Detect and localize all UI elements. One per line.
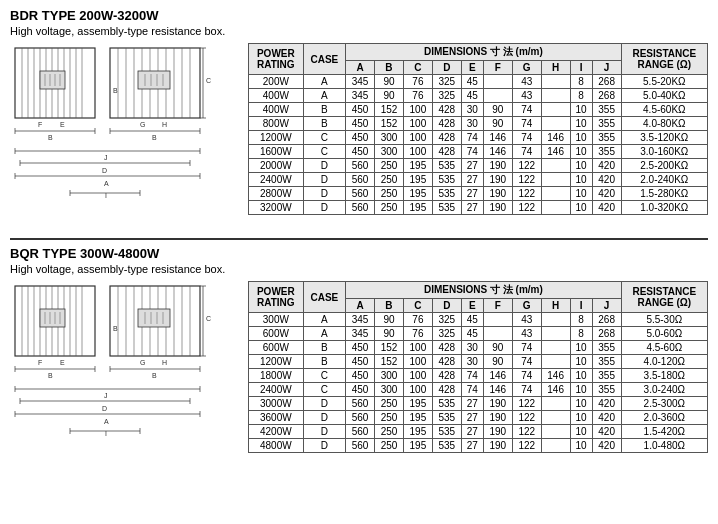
table-row: 2400WC4503001004287414674146103553.0-240… [249,383,708,397]
bqr-header-g: G [512,299,541,313]
svg-text:G: G [140,121,145,128]
bdr-title: BDR TYPE 200W-3200W [10,8,708,23]
bqr-section: BQR TYPE 300W-4800W High voltage, assemb… [10,246,708,466]
svg-text:E: E [60,359,65,366]
table-row: 2800WD56025019553527190122104201.5-280KΩ [249,187,708,201]
header-b: B [375,61,404,75]
header-d: D [432,61,461,75]
bdr-section: BDR TYPE 200W-3200W High voltage, assemb… [10,8,708,228]
svg-text:B: B [48,372,53,379]
table-row: 4800WD56025019553527190122104201.0-480Ω [249,439,708,453]
svg-text:B: B [48,134,53,141]
header-case: CASE [303,44,345,75]
header-power: POWERRATING [249,44,304,75]
svg-text:H: H [162,121,167,128]
table-row: 400WA3459076325454382685.0-40KΩ [249,89,708,103]
svg-rect-12 [40,71,65,89]
bqr-header-b: B [375,299,404,313]
header-c: C [403,61,432,75]
bqr-diagram: F E B [10,281,240,466]
bqr-header-c: C [403,299,432,313]
svg-text:A: A [104,180,109,187]
table-row: 1200WB450152100428309074103554.0-120Ω [249,355,708,369]
table-row: 1200WC4503001004287414674146103553.5-120… [249,131,708,145]
header-resistance: RESISTANCERANGE (Ω) [621,44,707,75]
svg-text:B: B [113,325,118,332]
header-a: A [346,61,375,75]
svg-rect-100 [138,309,170,327]
svg-text:J: J [104,392,108,399]
bqr-header-d: D [432,299,461,313]
header-h: H [541,61,570,75]
section-divider [10,238,708,240]
table-row: 1600WC4503001004287414674146103553.0-160… [249,145,708,159]
header-g: G [512,61,541,75]
svg-text:D: D [102,405,107,412]
bqr-header-dims: DIMENSIONS 寸 法 (m/m) [346,282,621,299]
header-dims: DIMENSIONS 寸 法 (m/m) [346,44,621,61]
bqr-header-i: I [570,299,592,313]
table-row: 800WB450152100428309074103554.0-80KΩ [249,117,708,131]
header-j: J [592,61,621,75]
bqr-title: BQR TYPE 300W-4800W [10,246,708,261]
table-row: 3200WD56025019553527190122104201.0-320KΩ [249,201,708,215]
table-row: 3600WD56025019553527190122104202.0-360Ω [249,411,708,425]
table-row: 400WB450152100428309074103554.5-60KΩ [249,103,708,117]
svg-text:B: B [113,87,118,94]
svg-text:D: D [102,167,107,174]
svg-text:C: C [206,315,211,322]
svg-text:B: B [152,134,157,141]
table-row: 1800WC4503001004287414674146103553.5-180… [249,369,708,383]
bdr-subtitle: High voltage, assembly-type resistance b… [10,25,708,37]
svg-text:E: E [60,121,65,128]
svg-text:F: F [38,121,42,128]
svg-rect-34 [138,71,170,89]
table-row: 2400WD56025019553527190122104202.0-240KΩ [249,173,708,187]
table-row: 600WB450152100428309074103554.5-60Ω [249,341,708,355]
bqr-header-j: J [592,299,621,313]
bqr-table: POWERRATING CASE DIMENSIONS 寸 法 (m/m) RE… [248,281,708,453]
header-f: F [483,61,512,75]
header-i: I [570,61,592,75]
table-row: 200WA3459076325454382685.5-20KΩ [249,75,708,89]
table-row: 2000WD56025019553527190122104202.5-200KΩ [249,159,708,173]
svg-text:H: H [162,359,167,366]
bqr-header-e: E [461,299,483,313]
svg-text:J: J [104,154,108,161]
bqr-table-wrap: POWERRATING CASE DIMENSIONS 寸 法 (m/m) RE… [248,281,708,453]
table-row: 300WA3459076325454382685.5-30Ω [249,313,708,327]
svg-text:C: C [206,77,211,84]
table-row: 600WA3459076325454382685.0-60Ω [249,327,708,341]
bqr-header-power: POWERRATING [249,282,304,313]
bdr-table-wrap: POWERRATING CASE DIMENSIONS 寸 法 (m/m) RE… [248,43,708,215]
svg-text:F: F [38,359,42,366]
bqr-header-h: H [541,299,570,313]
bqr-header-resistance: RESISTANCERANGE (Ω) [621,282,707,313]
svg-text:A: A [104,418,109,425]
bqr-subtitle: High voltage, assembly-type resistance b… [10,263,708,275]
table-row: 3000WD56025019553527190122104202.5-300Ω [249,397,708,411]
svg-text:G: G [140,359,145,366]
bdr-table: POWERRATING CASE DIMENSIONS 寸 法 (m/m) RE… [248,43,708,215]
bdr-diagram: F E B [10,43,240,228]
svg-rect-78 [40,309,65,327]
table-row: 4200WD56025019553527190122104201.5-420Ω [249,425,708,439]
bqr-header-case: CASE [303,282,345,313]
bqr-header-f: F [483,299,512,313]
header-e: E [461,61,483,75]
svg-text:B: B [152,372,157,379]
bqr-header-a: A [346,299,375,313]
